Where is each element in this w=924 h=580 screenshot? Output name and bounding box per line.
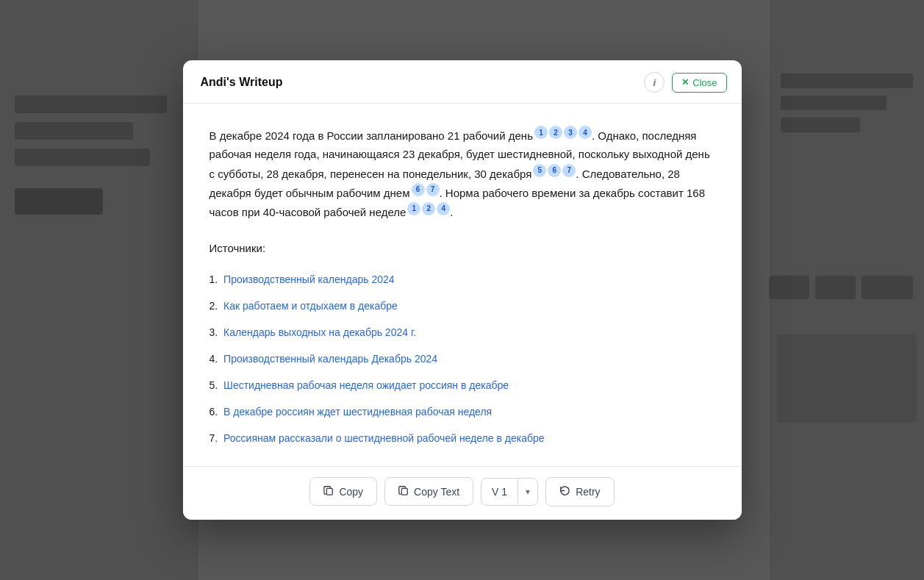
citation-group-4: 124 (407, 202, 450, 215)
source-link-2[interactable]: Как работаем и отдыхаем в декабре (223, 300, 398, 312)
source-link-7[interactable]: Россиянам рассказали о шестидневной рабо… (223, 432, 544, 444)
cite-7b: 7 (426, 183, 440, 196)
chevron-down-icon: ▾ (518, 479, 537, 504)
source-link-4[interactable]: Производственный календарь Декабрь 2024 (223, 353, 437, 365)
source-num-4: 4. (209, 353, 218, 365)
source-num-1: 1. (209, 273, 218, 285)
citation-group-3: 67 (412, 183, 440, 196)
main-paragraph: В декабре 2024 года в России запланирова… (209, 126, 715, 221)
modal-backdrop: Andi's Writeup i ✕ Close В декабре 2024 … (0, 0, 924, 580)
cite-3: 3 (564, 126, 577, 139)
copy-icon (323, 485, 334, 498)
copy-text-button[interactable]: Copy Text (384, 477, 473, 506)
copy-text-icon (398, 485, 409, 498)
source-num-7: 7. (209, 432, 218, 444)
list-item: 2. Как работаем и отдыхаем в декабре (209, 293, 715, 319)
source-num-5: 5. (209, 379, 218, 391)
version-label: V 1 (481, 479, 518, 505)
cite-5: 5 (533, 164, 546, 177)
list-item: 1. Производственный календарь 2024 (209, 266, 715, 293)
cite-6b: 6 (412, 183, 425, 196)
citation-group-1: 1234 (534, 126, 592, 139)
retry-label: Retry (576, 486, 600, 498)
modal-header: Andi's Writeup i ✕ Close (183, 60, 742, 104)
sources-label: Источники: (209, 242, 715, 254)
list-item: 5. Шестидневная рабочая неделя ожидает р… (209, 372, 715, 398)
source-num-3: 3. (209, 326, 218, 338)
retry-icon (559, 485, 570, 498)
source-num-6: 6. (209, 406, 218, 418)
modal-dialog: Andi's Writeup i ✕ Close В декабре 2024 … (183, 60, 742, 520)
cite-1: 1 (534, 126, 548, 139)
cite-2: 2 (549, 126, 562, 139)
source-num-2: 2. (209, 300, 218, 312)
cite-4b: 4 (437, 202, 450, 215)
sources-list: 1. Производственный календарь 2024 2. Ка… (209, 266, 715, 451)
close-label: Close (692, 77, 717, 88)
retry-button[interactable]: Retry (545, 477, 614, 506)
list-item: 7. Россиянам рассказали о шестидневной р… (209, 425, 715, 451)
header-actions: i ✕ Close (644, 72, 726, 93)
version-selector[interactable]: V 1 ▾ (481, 478, 538, 506)
svg-rect-0 (327, 489, 333, 495)
close-button[interactable]: ✕ Close (672, 73, 726, 93)
modal-body: В декабре 2024 года в России запланирова… (183, 104, 742, 466)
close-x-icon: ✕ (681, 77, 689, 87)
list-item: 3. Календарь выходных на декабрь 2024 г. (209, 319, 715, 346)
copy-text-label: Copy Text (414, 486, 459, 498)
cite-4: 4 (579, 126, 592, 139)
copy-label: Copy (339, 486, 363, 498)
source-link-6[interactable]: В декабре россиян ждет шестидневная рабо… (223, 406, 492, 418)
list-item: 6. В декабре россиян ждет шестидневная р… (209, 398, 715, 425)
cite-6: 6 (548, 164, 561, 177)
source-link-1[interactable]: Производственный календарь 2024 (223, 273, 395, 285)
citation-group-2: 567 (533, 164, 576, 177)
source-link-3[interactable]: Календарь выходных на декабрь 2024 г. (223, 326, 416, 338)
cite-7: 7 (562, 164, 576, 177)
cite-1b: 1 (407, 202, 420, 215)
svg-rect-1 (401, 489, 407, 495)
modal-footer: Copy Copy Text V 1 ▾ (183, 466, 742, 520)
info-button[interactable]: i (644, 72, 665, 93)
copy-button[interactable]: Copy (309, 477, 377, 506)
modal-title: Andi's Writeup (201, 76, 283, 89)
source-link-5[interactable]: Шестидневная рабочая неделя ожидает росс… (223, 379, 509, 391)
cite-2b: 2 (422, 202, 435, 215)
list-item: 4. Производственный календарь Декабрь 20… (209, 346, 715, 372)
